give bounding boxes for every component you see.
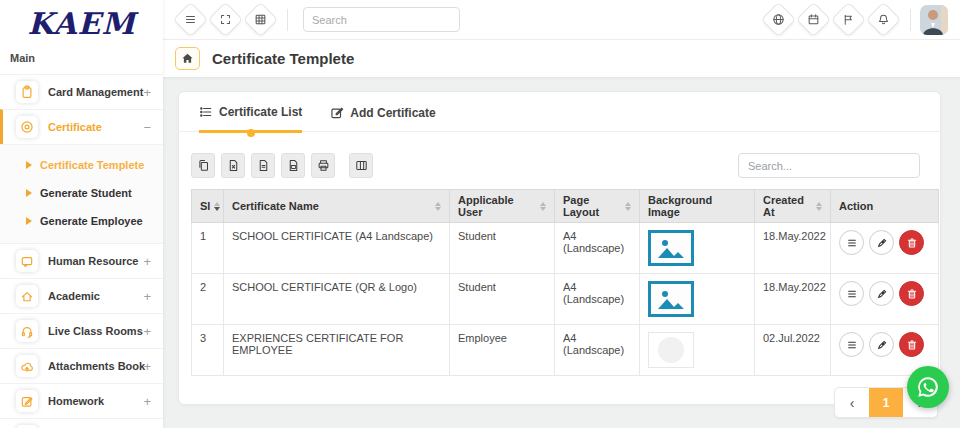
edit-icon — [16, 390, 38, 412]
table-wrap: Sl Certificate Name Applicable User Page… — [179, 186, 940, 418]
caret-right-icon — [26, 161, 32, 169]
file-pdf-icon — [287, 159, 300, 172]
row-delete-button[interactable] — [899, 230, 924, 255]
divider — [910, 9, 911, 31]
sidebar-item-attachments-book[interactable]: Attachments Book + — [0, 348, 163, 383]
expand-plus: + — [143, 394, 151, 409]
sidebar-item-certificate[interactable]: Certificate − — [0, 109, 163, 144]
cell-created-at: 18.May.2022 — [755, 223, 831, 274]
sidebar-item-human-resource[interactable]: Human Resource + — [0, 243, 163, 278]
fullscreen-button[interactable] — [208, 2, 243, 37]
grid-view-button[interactable] — [243, 2, 278, 37]
row-edit-button[interactable] — [869, 281, 894, 306]
column-header-applicable-user[interactable]: Applicable User — [450, 190, 555, 223]
export-pdf-button[interactable] — [281, 153, 305, 178]
language-button[interactable] — [761, 2, 796, 37]
globe-icon — [772, 13, 785, 26]
headset-icon — [16, 320, 38, 342]
row-details-button[interactable] — [839, 230, 864, 255]
content-area: Certificate List Add Certificate — [163, 79, 960, 428]
submenu-item-generate-student[interactable]: Generate Student — [0, 179, 163, 207]
row-delete-button[interactable] — [899, 332, 924, 357]
sidebar-item-live-class-rooms[interactable]: Live Class Rooms + — [0, 313, 163, 348]
list-icon — [199, 105, 213, 119]
cell-page-layout: A4 (Landscape) — [555, 325, 640, 376]
cell-background-image — [640, 274, 755, 325]
cell-sl: 1 — [192, 223, 224, 274]
column-header-action[interactable]: Action — [831, 190, 939, 223]
column-header-certificate-name[interactable]: Certificate Name — [224, 190, 450, 223]
cell-page-layout: A4 (Landscape) — [555, 223, 640, 274]
pagination-page-1[interactable]: 1 — [869, 388, 903, 417]
sidebar-item-homework[interactable]: Homework + — [0, 383, 163, 418]
cell-applicable-user: Employee — [450, 325, 555, 376]
cell-page-layout: A4 (Landscape) — [555, 274, 640, 325]
cloud-upload-icon — [16, 355, 38, 377]
column-header-background-image[interactable]: Background Image — [640, 190, 755, 223]
notifications-button[interactable] — [866, 2, 901, 37]
table-search-input[interactable] — [748, 154, 910, 177]
home-icon — [181, 52, 194, 65]
home-breadcrumb-button[interactable] — [175, 47, 200, 70]
cell-background-image — [640, 325, 755, 376]
row-edit-button[interactable] — [869, 332, 894, 357]
table-search[interactable] — [738, 153, 920, 178]
sidebar-item-card-management[interactable]: Card Management + — [0, 74, 163, 109]
column-header-created-at[interactable]: Created At — [755, 190, 831, 223]
tab-add-certificate[interactable]: Add Certificate — [330, 105, 435, 131]
clipboard-icon — [16, 81, 38, 103]
column-visibility-button[interactable] — [349, 153, 373, 178]
home-icon — [16, 285, 38, 307]
row-delete-button[interactable] — [899, 281, 924, 306]
tab-certificate-list[interactable]: Certificate List — [199, 105, 302, 133]
export-print-button[interactable] — [311, 153, 335, 178]
certificate-icon — [16, 116, 38, 138]
cell-created-at: 02.Jul.2022 — [755, 325, 831, 376]
sidebar-item-exam-master[interactable]: Exam Master + — [0, 418, 163, 428]
export-csv-button[interactable] — [251, 153, 275, 178]
pen-icon — [876, 237, 888, 249]
row-edit-button[interactable] — [869, 230, 894, 255]
main-area: Certificate Templete Certificate List Ad… — [163, 0, 960, 428]
user-avatar[interactable] — [920, 5, 948, 35]
edit-square-icon — [330, 106, 344, 120]
menu-toggle-button[interactable] — [173, 2, 208, 37]
divider — [287, 9, 288, 31]
cell-background-image — [640, 223, 755, 274]
column-header-sl[interactable]: Sl — [192, 190, 224, 223]
hamburger-icon — [846, 288, 858, 300]
column-header-page-layout[interactable]: Page Layout — [555, 190, 640, 223]
cell-sl: 3 — [192, 325, 224, 376]
sidebar-item-academic[interactable]: Academic + — [0, 278, 163, 313]
topbar — [163, 0, 960, 40]
row-details-button[interactable] — [839, 281, 864, 306]
submenu-item-generate-employee[interactable]: Generate Employee — [0, 207, 163, 235]
whatsapp-button[interactable] — [907, 366, 949, 408]
sidebar-section-label: Main — [0, 46, 163, 74]
cell-applicable-user: Student — [450, 274, 555, 325]
image-placeholder-icon — [648, 281, 694, 317]
trash-icon — [906, 237, 918, 249]
sort-icon — [816, 202, 822, 211]
submenu-item-certificate-templete[interactable]: Certificate Templete — [0, 151, 163, 179]
export-excel-button[interactable] — [221, 153, 245, 178]
export-copy-button[interactable] — [191, 153, 215, 178]
flag-button[interactable] — [831, 2, 866, 37]
global-search[interactable] — [303, 7, 460, 32]
row-details-button[interactable] — [839, 332, 864, 357]
copy-icon — [197, 159, 210, 172]
cell-sl: 2 — [192, 274, 224, 325]
expand-plus: + — [143, 324, 151, 339]
certificate-submenu: Certificate Templete Generate Student Ge… — [0, 144, 163, 243]
titlebar: Certificate Templete — [163, 40, 960, 78]
caret-right-icon — [26, 189, 32, 197]
calendar-button[interactable] — [796, 2, 831, 37]
hamburger-icon — [846, 237, 858, 249]
faint-image-thumbnail — [648, 332, 694, 368]
columns-icon — [355, 159, 368, 172]
pagination-prev-button[interactable]: ‹ — [835, 388, 869, 417]
table-toolbar — [179, 132, 940, 186]
cell-applicable-user: Student — [450, 223, 555, 274]
global-search-input[interactable] — [312, 14, 454, 26]
calendar-icon — [807, 13, 820, 26]
